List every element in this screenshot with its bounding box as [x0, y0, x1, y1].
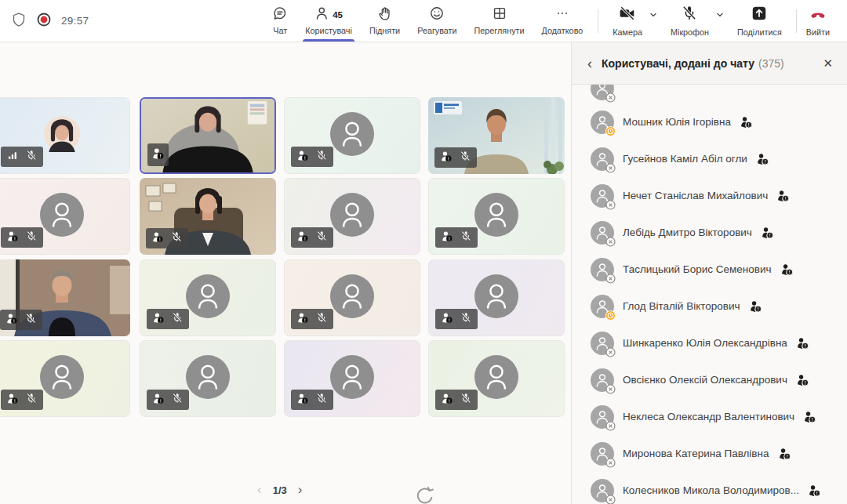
attendee-person-badge-icon	[297, 393, 308, 407]
mic-muted-icon	[172, 393, 183, 407]
participant-name: Нечет Станіслав Михайлович	[623, 190, 768, 201]
active-speaker-tile[interactable]	[140, 97, 276, 174]
leave-button[interactable]: Вийти	[803, 0, 836, 42]
attendee-person-badge-icon	[297, 230, 308, 245]
participant-tile[interactable]	[284, 97, 420, 174]
back-chevron-icon[interactable]: ‹	[587, 56, 592, 71]
page-indicator: 1/3	[273, 484, 287, 496]
participant-name: Шинкаренко Юлія Олександрівна	[623, 337, 787, 349]
list-item[interactable]: Неклеса Олександр Валентинович	[572, 398, 847, 435]
tab-react[interactable]: Реагувати	[409, 0, 465, 42]
participant-tile[interactable]	[428, 340, 565, 417]
participant-tile[interactable]	[140, 178, 276, 255]
attendee-person-badge-icon	[297, 312, 308, 326]
tile-status-pill	[291, 227, 333, 248]
avatar	[591, 85, 614, 100]
mic-off-icon	[681, 5, 698, 25]
tile-status-pill	[147, 143, 169, 166]
smiley-icon	[429, 5, 445, 24]
participant-tile[interactable]	[428, 97, 565, 174]
tab-chat-label: Чат	[273, 26, 287, 35]
close-icon[interactable]: ✕	[823, 56, 833, 71]
list-item[interactable]: Нечет Станіслав Михайлович	[572, 177, 847, 214]
participant-name: Глод Віталій Вікторович	[623, 300, 740, 312]
tile-status-pill	[291, 309, 333, 329]
participants-list[interactable]: Мошник Юлія Ігорівна Гусейнов Каміл Абіл…	[572, 85, 847, 504]
mic-muted-icon	[460, 393, 471, 407]
status-offline-icon	[605, 162, 616, 172]
tab-chat[interactable]: Чат	[264, 0, 296, 42]
tab-raise-hand[interactable]: Підняти	[361, 0, 409, 42]
camera-chevron-down-icon[interactable]	[648, 9, 659, 24]
attendee-role-icon	[740, 116, 752, 128]
tab-more[interactable]: Додатково	[533, 0, 592, 42]
more-icon	[554, 5, 570, 24]
participant-tile[interactable]	[284, 259, 420, 336]
refresh-view-icon[interactable]	[414, 486, 435, 504]
camera-off-icon	[619, 5, 636, 25]
mic-muted-icon	[460, 230, 471, 245]
participant-tile[interactable]	[428, 259, 565, 336]
participant-tile[interactable]	[284, 340, 420, 417]
tile-status-pill	[146, 228, 188, 248]
list-item[interactable]: Миронова Катерина Павлівна	[572, 435, 847, 472]
participants-panel: ‹ Користувачі, додані до чату (375) ✕	[571, 42, 847, 504]
participant-tile[interactable]	[0, 340, 130, 417]
tab-participants-label: Користувачі	[305, 26, 352, 35]
attendee-person-badge-icon	[153, 312, 164, 326]
participant-tile[interactable]	[0, 178, 130, 255]
list-item[interactable]	[572, 85, 847, 103]
participant-name: Миронова Катерина Павлівна	[623, 448, 769, 459]
mic-muted-icon	[26, 393, 37, 407]
list-item[interactable]: Лебідь Дмитро Вікторович	[572, 214, 847, 251]
tab-participants[interactable]: 45 Користувачі	[296, 0, 361, 42]
camera-button[interactable]: Камера	[605, 0, 663, 42]
signal-bars-icon	[7, 150, 18, 164]
grid-pagination: ‹ 1/3 ›	[257, 482, 302, 498]
tab-view[interactable]: Переглянути	[466, 0, 533, 42]
person-placeholder-icon	[330, 355, 374, 402]
mic-muted-icon	[316, 312, 327, 326]
participant-tile[interactable]	[140, 340, 276, 417]
microphone-button[interactable]: Мікрофон	[663, 0, 729, 42]
participant-photo-avatar	[44, 116, 80, 155]
tab-view-label: Переглянути	[474, 26, 525, 35]
page-next-button[interactable]: ›	[298, 482, 303, 498]
participant-tile[interactable]	[284, 178, 420, 255]
tab-raise-hand-label: Підняти	[369, 26, 400, 35]
shield-icon	[11, 12, 27, 31]
participant-tile[interactable]	[428, 178, 565, 255]
participant-tile[interactable]	[0, 97, 130, 174]
participant-tile[interactable]	[140, 259, 276, 336]
mic-muted-icon	[316, 230, 327, 245]
microphone-chevron-down-icon[interactable]	[714, 9, 725, 24]
person-placeholder-icon	[186, 355, 230, 402]
raise-hand-icon	[377, 5, 393, 24]
list-item[interactable]: Овсієнко Олексій Олександрович	[572, 361, 847, 398]
list-item[interactable]: Таслицький Борис Семенович	[572, 251, 847, 288]
participant-name: Неклеса Олександр Валентинович	[623, 411, 794, 422]
person-placeholder-icon	[474, 193, 518, 240]
mic-muted-icon	[171, 231, 182, 245]
list-item[interactable]: Мошник Юлія Ігорівна	[572, 103, 847, 140]
avatar	[591, 111, 614, 134]
mic-muted-icon	[460, 150, 471, 165]
person-placeholder-icon	[330, 274, 374, 321]
list-item[interactable]: Колесников Микола Володимиров...	[572, 472, 847, 504]
attendee-role-icon	[797, 337, 809, 349]
page-prev-button[interactable]: ‹	[257, 482, 262, 498]
person-placeholder-icon	[40, 355, 84, 402]
person-placeholder-icon	[186, 274, 230, 321]
attendee-person-badge-icon	[442, 393, 453, 407]
participant-tile[interactable]	[0, 259, 130, 336]
attendee-role-icon	[750, 300, 762, 312]
meeting-toolbar: 29:57 Чат 45 Користувачі Підняти	[0, 0, 847, 42]
avatar	[591, 332, 614, 355]
mic-muted-icon	[26, 230, 37, 245]
list-item[interactable]: Гусейнов Каміл Абіл огли	[572, 140, 847, 177]
person-placeholder-icon	[40, 193, 84, 240]
share-button[interactable]: Поділитися	[729, 0, 790, 42]
list-item[interactable]: Глод Віталій Вікторович	[572, 288, 847, 325]
list-item[interactable]: Шинкаренко Юлія Олександрівна	[572, 325, 847, 361]
attendee-person-badge-icon	[442, 312, 453, 326]
